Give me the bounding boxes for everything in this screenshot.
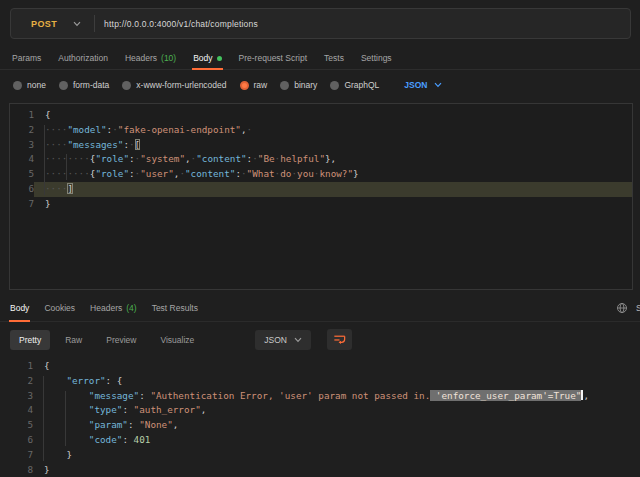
view-raw[interactable]: Raw	[56, 330, 91, 350]
response-tab-headers[interactable]: Headers(4)	[89, 296, 138, 322]
tab-pre-request-script[interactable]: Pre-request Script	[238, 48, 309, 70]
line-number: 2	[10, 123, 34, 138]
line-number: 4	[10, 152, 34, 167]
code-line: 8}	[0, 463, 640, 477]
code-text: {	[33, 359, 640, 374]
response-tabs: BodyCookiesHeaders(4)Test Results	[0, 296, 640, 322]
code-text: ····]	[34, 182, 632, 197]
code-text: "error": {	[33, 374, 640, 389]
code-text: "param": "None",	[33, 418, 640, 433]
code-text: "message": "Authentication Error, 'user'…	[33, 389, 640, 404]
response-tab-test-results[interactable]: Test Results	[151, 296, 199, 322]
body-mode-none[interactable]: none	[13, 80, 46, 90]
code-line: 2 "error": {	[0, 374, 640, 389]
request-url-bar: POST http://0.0.0.0:4000/v1/chat/complet…	[10, 8, 631, 39]
indent-guide	[43, 376, 44, 461]
chevron-down-icon	[434, 82, 442, 88]
tab-label: Params	[12, 53, 41, 63]
body-mode-label: none	[27, 80, 46, 90]
response-tab-label: Test Results	[152, 303, 198, 313]
wrap-text-button[interactable]	[327, 329, 352, 350]
response-view-row: PrettyRawPreviewVisualize JSON	[10, 329, 352, 350]
indent-guide	[66, 154, 67, 180]
radio-form-data-icon	[59, 81, 68, 90]
body-mode-label: x-www-form-urlencoded	[136, 80, 226, 90]
view-preview[interactable]: Preview	[97, 330, 145, 350]
line-number: 3	[10, 138, 34, 153]
tab-params[interactable]: Params	[11, 48, 42, 70]
code-text: }	[33, 463, 640, 477]
view-visualize[interactable]: Visualize	[151, 330, 203, 350]
code-line: 7 }	[0, 448, 640, 463]
line-number: 2	[0, 374, 33, 389]
body-mode-raw[interactable]: raw	[240, 80, 268, 90]
code-line: 7}	[10, 197, 632, 212]
line-number: 8	[0, 463, 33, 477]
radio-binary-icon	[280, 81, 289, 90]
code-line: 2····"model":·"fake-openai-endpoint",·	[10, 123, 632, 138]
line-number: 3	[0, 389, 33, 404]
line-number: 6	[10, 182, 34, 197]
line-number: 6	[0, 433, 33, 448]
radio-x-www-form-urlencoded-icon	[122, 81, 131, 90]
body-mode-label: form-data	[73, 80, 109, 90]
radio-none-icon	[13, 81, 22, 90]
status-label-clipped: S	[636, 303, 640, 313]
code-text: ····"messages":·[	[34, 138, 632, 153]
code-text: ····"model":·"fake-openai-endpoint",·	[34, 123, 632, 138]
response-tab-cookies[interactable]: Cookies	[43, 296, 76, 322]
tab-label: Pre-request Script	[239, 53, 308, 63]
body-mode-form-data[interactable]: form-data	[59, 80, 109, 90]
response-tab-body[interactable]: Body	[9, 296, 30, 322]
code-text: }	[34, 197, 632, 212]
code-text: ········{"role":·"user",·"content":·"Wha…	[34, 167, 632, 182]
radio-graphql-icon	[330, 81, 339, 90]
body-mode-label: raw	[254, 80, 268, 90]
code-line: 3 "message": "Authentication Error, 'use…	[0, 389, 640, 404]
code-line: 5 "param": "None",	[0, 418, 640, 433]
body-mode-x-www-form-urlencoded[interactable]: x-www-form-urlencoded	[122, 80, 226, 90]
tab-authorization[interactable]: Authorization	[57, 48, 109, 70]
text-selection: 'enforce_user_param'=True"	[430, 390, 581, 401]
code-line: 5········{"role":·"user",·"content":·"Wh…	[10, 167, 632, 182]
url-input[interactable]: http://0.0.0.0:4000/v1/chat/completions	[104, 19, 258, 29]
indent-guide	[44, 125, 45, 195]
tab-headers[interactable]: Headers(10)	[124, 48, 177, 70]
body-mode-binary[interactable]: binary	[280, 80, 317, 90]
network-globe-icon[interactable]	[616, 302, 628, 314]
response-body-viewer[interactable]: 1{2 "error": {3 "message": "Authenticati…	[0, 356, 640, 477]
body-mode-graphql[interactable]: GraphQL	[330, 80, 379, 90]
line-number: 4	[0, 403, 33, 418]
code-line: 3····"messages":·[	[10, 138, 632, 153]
radio-raw-icon	[240, 81, 249, 90]
raw-type-selector[interactable]: JSON	[404, 80, 441, 90]
response-meta: S	[616, 302, 640, 314]
view-pretty[interactable]: Pretty	[10, 330, 50, 350]
tab-tests[interactable]: Tests	[323, 48, 345, 70]
unsaved-changes-dot-icon	[217, 56, 222, 61]
line-number: 7	[0, 448, 33, 463]
tab-label: Headers	[125, 53, 157, 63]
body-mode-label: GraphQL	[344, 80, 379, 90]
line-number: 1	[10, 108, 34, 123]
code-text: {	[34, 108, 632, 123]
code-text: ········{"role":·"system",·"content":·"B…	[34, 152, 632, 167]
response-format-label: JSON	[264, 335, 287, 345]
method-selector[interactable]: POST	[11, 19, 57, 29]
response-format-selector[interactable]: JSON	[255, 330, 311, 350]
response-editor-content: 1{2 "error": {3 "message": "Authenticati…	[0, 359, 640, 477]
chevron-down-icon[interactable]	[73, 21, 81, 27]
tab-settings[interactable]: Settings	[360, 48, 393, 70]
wrap-text-icon	[332, 332, 347, 347]
request-body-editor[interactable]: 1{2····"model":·"fake-openai-endpoint",·…	[9, 103, 633, 290]
tab-body[interactable]: Body	[192, 48, 222, 70]
code-line: 6····]	[10, 182, 632, 197]
request-tabs: ParamsAuthorizationHeaders(10)BodyPre-re…	[0, 48, 640, 70]
response-tab-label: Body	[10, 303, 29, 313]
line-number: 7	[10, 197, 34, 212]
code-text: "type": "auth_error",	[33, 403, 640, 418]
tab-label: Body	[193, 53, 212, 63]
code-line: 6 "code": 401	[0, 433, 640, 448]
api-client-window: POST http://0.0.0.0:4000/v1/chat/complet…	[0, 0, 640, 477]
chevron-down-icon	[294, 337, 302, 343]
